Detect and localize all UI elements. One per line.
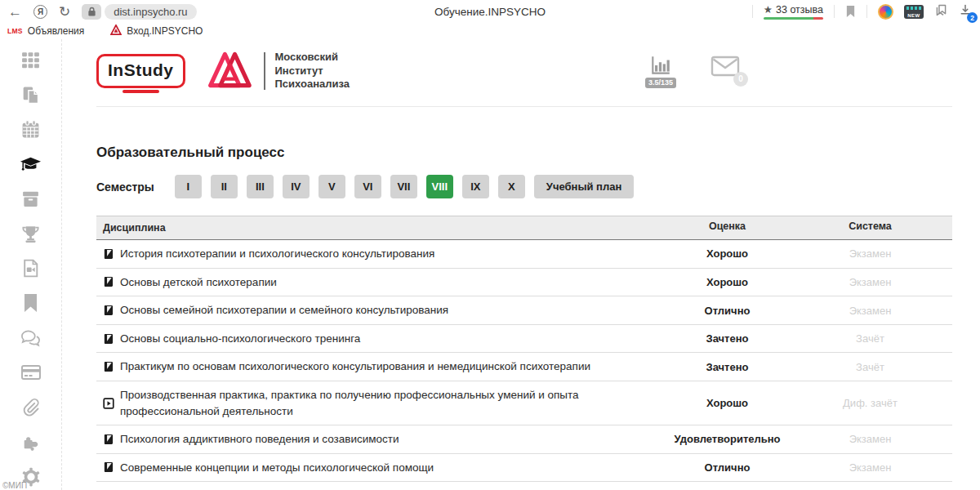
system-value: Экзамен: [795, 276, 946, 288]
institute-name: Московский Институт Психоанализа: [275, 51, 350, 92]
table-row[interactable]: Психология аддиктивного поведения и соза…: [96, 425, 952, 454]
stats-badge: 3.5/135: [645, 78, 676, 88]
collections-icon[interactable]: [934, 3, 948, 20]
system-value: Экзамен: [795, 305, 946, 317]
grade-value: Зачтено: [660, 332, 795, 345]
discipline-name: Основы социально-психологического тренин…: [120, 331, 360, 347]
semester-button-VI[interactable]: VI: [354, 175, 381, 198]
semesters-label: Семестры: [96, 180, 154, 194]
column-system: Система: [795, 220, 946, 235]
semester-button-X[interactable]: X: [498, 175, 525, 198]
bookmark-inpsycho-login[interactable]: Вход.INPSYCHO: [110, 24, 203, 38]
app-area: ©МИП InStudy Московский Институт Психоан…: [0, 39, 980, 490]
semester-button-I[interactable]: I: [175, 175, 202, 198]
table-row[interactable]: История психотерапии и психологического …: [96, 240, 952, 269]
book-icon: [103, 276, 114, 287]
semester-button-IV[interactable]: IV: [283, 175, 310, 198]
book-icon: [103, 333, 114, 345]
system-value: Экзамен: [795, 461, 946, 474]
grade-value: Удовлетворительно: [660, 433, 795, 445]
semester-button-IX[interactable]: IX: [462, 175, 489, 198]
discipline-name: История психотерапии и психологического …: [120, 246, 434, 262]
sidebar: ©МИП: [0, 39, 62, 490]
page-header: InStudy Московский Институт Психоанализа…: [96, 39, 952, 107]
new-extension-icon[interactable]: NEW: [904, 5, 924, 19]
curriculum-button[interactable]: Учебный план: [534, 175, 634, 198]
grade-value: Хорошо: [660, 397, 795, 409]
refresh-icon[interactable]: ↻: [59, 5, 70, 19]
trophy-icon[interactable]: [20, 223, 42, 245]
paperclip-icon[interactable]: [20, 396, 42, 418]
calendar-icon[interactable]: [20, 118, 42, 140]
book-icon: [103, 248, 114, 260]
discipline-name: Производственная практика, практика по п…: [120, 387, 635, 419]
semester-button-III[interactable]: III: [247, 175, 274, 198]
archive-box-icon[interactable]: [20, 188, 42, 210]
grade-value: Отлично: [660, 461, 795, 474]
downloads-icon[interactable]: 2: [959, 3, 972, 20]
lock-icon: [82, 4, 101, 20]
book-icon: [103, 361, 114, 372]
instudy-logo[interactable]: InStudy: [96, 54, 185, 88]
extension-profile-icon[interactable]: [878, 4, 893, 20]
logo-divider: [264, 52, 265, 90]
semester-button-VII[interactable]: VII: [390, 175, 417, 198]
url-text[interactable]: dist.inpsycho.ru: [105, 4, 196, 20]
apps-grid-icon[interactable]: [20, 49, 42, 71]
documents-icon[interactable]: [20, 84, 42, 106]
table-row[interactable]: Основы семейной психотерапии и семейного…: [96, 296, 952, 325]
table-row[interactable]: Производственная практика, практика по п…: [96, 381, 952, 425]
grade-value: Зачтено: [660, 361, 795, 373]
stats-button[interactable]: 3.5/135: [645, 55, 676, 88]
graduation-cap-icon[interactable]: [20, 154, 42, 176]
book-icon: [103, 305, 114, 316]
rating-bar: [764, 17, 823, 20]
book-icon: [103, 434, 114, 445]
video-file-icon[interactable]: [20, 257, 42, 279]
discipline-name: Современные концепции и методы психологи…: [120, 460, 434, 476]
bookmark-icon[interactable]: [20, 292, 42, 314]
divider: [752, 5, 753, 18]
divider: [834, 5, 835, 18]
mip-copyright: ©МИП: [2, 481, 27, 490]
system-value: Зачёт: [795, 361, 946, 373]
system-value: Экзамен: [795, 247, 946, 260]
table-row[interactable]: Современные концепции и методы психологи…: [96, 454, 952, 483]
chat-icon[interactable]: [20, 327, 42, 349]
yandex-browser-icon[interactable]: Я: [33, 5, 47, 19]
back-icon[interactable]: ←: [8, 5, 22, 19]
browser-toolbar: ← Я ↻ dist.inpsycho.ru Обучение.INPSYCHO…: [0, 0, 980, 23]
table-row[interactable]: Практикум по основам психологического ко…: [96, 353, 952, 381]
reviews-button[interactable]: ★33 отзыва: [764, 3, 823, 20]
table-row[interactable]: Основы детской психотерапииХорошоЭкзамен: [96, 269, 952, 297]
downloads-badge: 2: [967, 12, 978, 23]
column-grade: Оценка: [660, 220, 795, 235]
puzzle-icon[interactable]: [20, 431, 42, 453]
play-icon: [103, 398, 114, 409]
lms-favicon: LMS: [7, 27, 23, 35]
semester-buttons: IIIIIIIVVVIVIIVIIIIXX: [175, 175, 525, 198]
table-header: Дисциплина Оценка Система: [96, 216, 952, 240]
address-bar[interactable]: dist.inpsycho.ru: [82, 4, 196, 20]
mail-badge: 0: [733, 72, 748, 87]
star-icon: ★: [764, 3, 773, 16]
divider: [866, 5, 867, 18]
table-row[interactable]: Основы социально-психологического тренин…: [96, 325, 952, 354]
mip-triangle-logo: [207, 49, 252, 93]
table-body: История психотерапии и психологического …: [96, 240, 952, 482]
semester-button-VIII[interactable]: VIII: [426, 175, 453, 198]
semester-button-V[interactable]: V: [318, 175, 345, 198]
book-icon: [103, 461, 114, 473]
grade-value: Хорошо: [660, 276, 795, 288]
grades-table: Дисциплина Оценка Система История психот…: [96, 216, 952, 482]
semester-button-II[interactable]: II: [211, 175, 238, 198]
grade-value: Отлично: [660, 305, 795, 317]
credit-card-icon[interactable]: [20, 362, 42, 384]
discipline-name: Основы детской психотерапии: [120, 274, 277, 291]
mail-button[interactable]: 0: [710, 55, 740, 81]
bookmark-flag-icon[interactable]: [845, 5, 856, 18]
discipline-name: Практикум по основам психологического ко…: [120, 359, 590, 375]
system-value: Зачёт: [795, 332, 946, 345]
grade-value: Хорошо: [660, 247, 795, 260]
bookmark-lms-announcements[interactable]: LMS Объявления: [7, 25, 84, 37]
